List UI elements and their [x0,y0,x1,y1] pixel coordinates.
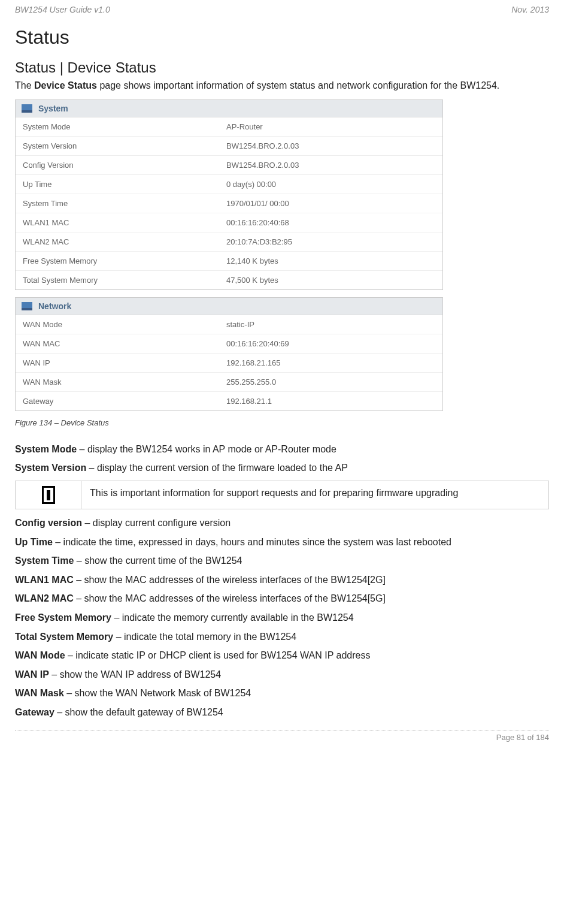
desc-up-time: Up Time – indicate the time, expressed i… [15,536,549,549]
desc-config-version: Config version – display current configu… [15,517,549,530]
desc-total-mem: Total System Memory – indicate the total… [15,630,549,644]
info-box: This is important information for suppor… [15,481,549,509]
info-icon [42,486,55,504]
table-row: WAN IP192.168.21.165 [16,354,442,373]
figure-caption: Figure 134 – Device Status [15,418,549,427]
table-row: Free System Memory12,140 K bytes [16,252,442,271]
table-row: System Time1970/01/01/ 00:00 [16,194,442,213]
desc-wan-mask: WAN Mask – show the WAN Network Mask of … [15,687,549,700]
network-panel: Network WAN Modestatic-IP WAN MAC00:16:1… [15,297,443,411]
intro-text: The Device Status page shows important i… [15,80,549,92]
table-row: Gateway192.168.21.1 [16,392,442,410]
system-icon [22,104,32,113]
table-row: System VersionBW1254.BRO.2.0.03 [16,137,442,156]
page-title: Status [15,26,549,49]
desc-gateway: Gateway – show the default gateway of BW… [15,706,549,719]
system-panel: System System ModeAP-Router System Versi… [15,99,443,290]
table-row: WLAN2 MAC20:10:7A:D3:B2:95 [16,232,442,252]
desc-system-version: System Version – display the current ver… [15,461,549,475]
table-row: WAN Mask255.255.255.0 [16,373,442,392]
page-header: BW1254 User Guide v1.0 Nov. 2013 [15,5,549,14]
desc-free-mem: Free System Memory – indicate the memory… [15,611,549,624]
table-row: WLAN1 MAC00:16:16:20:40:68 [16,213,442,232]
desc-wan-mode: WAN Mode – indicate static IP or DHCP cl… [15,649,549,662]
desc-system-mode: System Mode – display the BW1254 works i… [15,443,549,456]
system-panel-header: System [16,100,442,117]
doc-title: BW1254 User Guide v1.0 [15,5,110,14]
desc-wlan2: WLAN2 MAC – show the MAC addresses of th… [15,592,549,605]
table-row: WAN Modestatic-IP [16,315,442,334]
network-panel-title: Network [38,301,71,311]
desc-wlan1: WLAN1 MAC – show the MAC addresses of th… [15,573,549,587]
system-panel-title: System [38,104,68,113]
info-icon-cell [16,481,81,509]
network-icon [22,302,32,310]
table-row: Total System Memory47,500 K bytes [16,271,442,289]
table-row: Up Time0 day(s) 00:00 [16,175,442,194]
info-text: This is important information for suppor… [81,481,548,509]
table-row: Config VersionBW1254.BRO.2.0.03 [16,156,442,175]
section-title: Status | Device Status [15,59,549,76]
desc-system-time: System Time – show the current time of t… [15,554,549,567]
page-footer: Page 81 of 184 [15,730,549,742]
page-number: Page 81 of 184 [496,733,549,742]
table-row: System ModeAP-Router [16,117,442,137]
doc-date: Nov. 2013 [511,5,549,14]
table-row: WAN MAC00:16:16:20:40:69 [16,334,442,354]
network-panel-header: Network [16,298,442,315]
desc-wan-ip: WAN IP – show the WAN IP address of BW12… [15,668,549,681]
